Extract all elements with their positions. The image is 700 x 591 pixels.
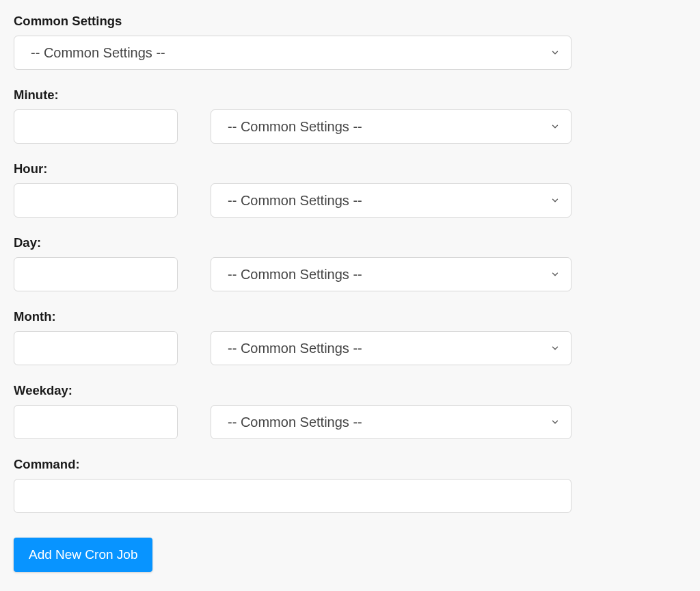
weekday-select-text: -- Common Settings --: [228, 415, 362, 430]
weekday-input[interactable]: [14, 405, 178, 439]
minute-select-text: -- Common Settings --: [228, 119, 362, 135]
minute-label: Minute:: [14, 88, 588, 103]
day-row: Day: -- Common Settings --: [14, 235, 588, 291]
common-settings-select[interactable]: -- Common Settings --: [14, 36, 571, 70]
chevron-down-icon: [550, 122, 560, 131]
minute-input[interactable]: [14, 109, 178, 144]
minute-select[interactable]: -- Common Settings --: [211, 109, 571, 144]
hour-input[interactable]: [14, 183, 178, 218]
month-label: Month:: [14, 309, 588, 324]
month-input[interactable]: [14, 331, 178, 365]
hour-select[interactable]: -- Common Settings --: [211, 183, 571, 218]
weekday-select[interactable]: -- Common Settings --: [211, 405, 571, 439]
common-settings-select-text: -- Common Settings --: [31, 45, 165, 61]
chevron-down-icon: [550, 270, 560, 279]
command-label: Command:: [14, 457, 588, 472]
hour-label: Hour:: [14, 161, 588, 176]
day-label: Day:: [14, 235, 588, 250]
command-row: Command:: [14, 457, 588, 513]
weekday-input-row: -- Common Settings --: [14, 405, 588, 439]
cron-form: Common Settings -- Common Settings -- Mi…: [14, 14, 588, 572]
chevron-down-icon: [550, 48, 560, 57]
weekday-label: Weekday:: [14, 383, 588, 398]
minute-input-row: -- Common Settings --: [14, 109, 588, 144]
weekday-row: Weekday: -- Common Settings --: [14, 383, 588, 439]
command-input[interactable]: [14, 479, 571, 513]
add-cron-job-button[interactable]: Add New Cron Job: [14, 538, 152, 572]
hour-row: Hour: -- Common Settings --: [14, 161, 588, 218]
common-settings-label: Common Settings: [14, 14, 588, 29]
month-input-row: -- Common Settings --: [14, 331, 588, 365]
month-row: Month: -- Common Settings --: [14, 309, 588, 365]
day-select[interactable]: -- Common Settings --: [211, 257, 571, 291]
hour-input-row: -- Common Settings --: [14, 183, 588, 218]
month-select-text: -- Common Settings --: [228, 341, 362, 356]
minute-row: Minute: -- Common Settings --: [14, 88, 588, 144]
chevron-down-icon: [550, 343, 560, 353]
hour-select-text: -- Common Settings --: [228, 193, 362, 209]
day-select-text: -- Common Settings --: [228, 267, 362, 283]
day-input-row: -- Common Settings --: [14, 257, 588, 291]
month-select[interactable]: -- Common Settings --: [211, 331, 571, 365]
common-settings-row: Common Settings -- Common Settings --: [14, 14, 588, 70]
day-input[interactable]: [14, 257, 178, 291]
chevron-down-icon: [550, 196, 560, 205]
chevron-down-icon: [550, 417, 560, 427]
